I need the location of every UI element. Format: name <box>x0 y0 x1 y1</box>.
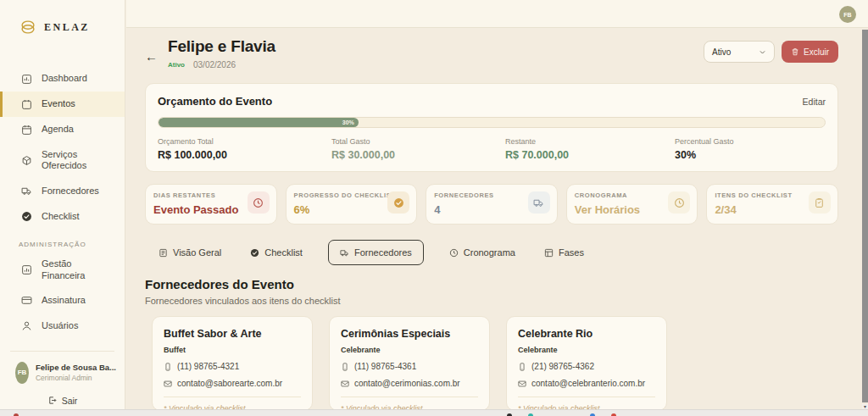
budget-progress-track: 30% <box>158 117 826 128</box>
page-header: ← Felipe e Flavia Ativo 03/02/2026 Ativo… <box>145 37 838 69</box>
supplier-card[interactable]: Cerimônias Especiais Celebrante (11) 987… <box>329 316 490 411</box>
budget-title: Orçamento do Evento <box>158 95 272 108</box>
calendar-icon <box>21 124 33 136</box>
budget-fields: Orçamento Total R$ 100.000,00 Total Gast… <box>158 137 826 161</box>
logo-rings-icon <box>19 18 37 36</box>
stat-card-fornecedores[interactable]: FORNECEDORES 4 <box>426 184 558 225</box>
supplier-name: Celebrante Rio <box>518 328 655 340</box>
supplier-email-text: contato@saborearte.com.br <box>177 379 282 388</box>
event-date: 03/02/2026 <box>193 60 236 69</box>
budget-field: Orçamento Total R$ 100.000,00 <box>158 137 331 161</box>
user-name: Felipe de Sousa Ba... <box>36 363 116 372</box>
tab-label: Cronograma <box>464 247 515 258</box>
tab-fases[interactable]: Fases <box>541 241 587 264</box>
budget-field-value: R$ 100.000,00 <box>158 149 331 161</box>
section-subtitle: Fornecedores vinculados aos itens do che… <box>145 296 838 306</box>
sidebar-item-gestao-financeira[interactable]: Gestão Financeira <box>0 252 125 287</box>
supplier-phone: (11) 98765-4321 <box>164 362 301 371</box>
supplier-phone: (21) 98765-4362 <box>518 362 655 371</box>
supplier-email: contato@celebranterio.com.br <box>518 379 655 388</box>
topbar-avatar[interactable]: FB <box>839 6 856 23</box>
page-title: Felipe e Flavia <box>168 37 275 56</box>
budget-field-value: R$ 70.000,00 <box>505 149 675 161</box>
budget-card: Orçamento do Evento Editar 30% Orçamento… <box>145 83 838 172</box>
tab-label: Fornecedores <box>354 247 412 258</box>
topbar: FB <box>126 0 868 28</box>
status-select[interactable]: Ativo <box>704 41 775 63</box>
logo: ENLAZ <box>0 15 125 39</box>
sidebar-divider <box>10 351 114 352</box>
overview-icon <box>159 248 168 258</box>
sidebar: ENLAZ Dashboard Eventos Agenda Serviços … <box>0 0 125 409</box>
clock-icon <box>668 191 690 214</box>
supplier-category: Celebrante <box>518 346 655 354</box>
supplier-category: Buffet <box>164 346 301 354</box>
supplier-divider <box>341 397 478 397</box>
tab-label: Visão Geral <box>173 247 221 258</box>
mail-icon <box>164 380 172 388</box>
sidebar-item-agenda[interactable]: Agenda <box>0 117 125 142</box>
budget-progress-fill: 30% <box>159 118 359 127</box>
supplier-divider <box>518 397 655 397</box>
delete-button[interactable]: Excluir <box>782 41 838 63</box>
suppliers-row: Buffet Sabor & Arte Buffet (11) 98765-43… <box>145 316 838 411</box>
tab-label: Fases <box>559 247 584 258</box>
sidebar-item-label: Usuários <box>42 320 78 331</box>
supplier-card[interactable]: Celebrante Rio Celebrante (21) 98765-436… <box>506 316 667 411</box>
sidebar-item-label: Checklist <box>42 211 80 222</box>
status-badge: Ativo <box>168 61 185 69</box>
delete-label: Excluir <box>804 47 829 57</box>
back-button[interactable]: ← <box>145 42 158 69</box>
truck-icon <box>340 248 349 258</box>
sidebar-item-eventos[interactable]: Eventos <box>0 92 125 117</box>
logout-button[interactable]: Sair <box>47 396 78 406</box>
sidebar-item-checklist[interactable]: Checklist <box>0 203 125 229</box>
supplier-phone-text: (11) 98765-4361 <box>354 362 416 371</box>
user-info: Felipe de Sousa Ba... Cerimonial Admin <box>36 363 116 382</box>
tab-checklist[interactable]: Checklist <box>247 241 306 264</box>
tab-visao-geral[interactable]: Visão Geral <box>155 241 225 264</box>
app-root: ENLAZ Dashboard Eventos Agenda Serviços … <box>0 0 868 416</box>
clock-icon <box>248 191 270 214</box>
sidebar-nav: Dashboard Eventos Agenda Serviços Oferec… <box>0 66 125 229</box>
header-left: ← Felipe e Flavia Ativo 03/02/2026 <box>145 37 275 69</box>
stat-card-progresso-checklist[interactable]: PROGRESSO DO CHECKLIST 6% <box>286 184 418 225</box>
vertical-scrollbar[interactable] <box>862 30 868 402</box>
budget-field: Percentual Gasto 30% <box>675 137 826 161</box>
sidebar-item-label: Fornecedores <box>42 186 99 197</box>
tab-label: Checklist <box>264 247 303 258</box>
stat-card-itens-checklist[interactable]: ITENS DO CHECKLIST 2/34 <box>706 184 838 225</box>
supplier-phone-text: (11) 98765-4321 <box>177 362 239 371</box>
stat-card-cronograma[interactable]: CRONOGRAMA Ver Horários <box>566 184 698 225</box>
sidebar-item-label: Gestão Financeira <box>42 258 114 280</box>
supplier-name: Cerimônias Especiais <box>341 328 478 340</box>
budget-field: Total Gasto R$ 30.000,00 <box>331 137 505 161</box>
sidebar-item-fornecedores[interactable]: Fornecedores <box>0 178 125 203</box>
title-block: Felipe e Flavia Ativo 03/02/2026 <box>168 37 275 69</box>
phases-icon <box>544 248 554 258</box>
supplier-email-text: contato@cerimonias.com.br <box>354 379 460 388</box>
section-title: Fornecedores do Evento <box>145 277 838 291</box>
tab-fornecedores[interactable]: Fornecedores <box>328 240 424 265</box>
user-avatar: FB <box>15 362 29 384</box>
sidebar-item-usuarios[interactable]: Usuários <box>0 313 125 339</box>
sidebar-user[interactable]: FB Felipe de Sousa Ba... Cerimonial Admi… <box>0 360 125 384</box>
supplier-divider <box>164 397 301 397</box>
budget-field-value: R$ 30.000,00 <box>331 149 505 161</box>
stat-card-dias-restantes[interactable]: DIAS RESTANTES Evento Passado <box>145 184 277 225</box>
phone-icon <box>341 363 349 371</box>
chevron-down-icon <box>759 48 766 56</box>
sidebar-item-servicos[interactable]: Serviços Oferecidos <box>0 142 125 178</box>
supplier-phone-text: (21) 98765-4362 <box>531 362 594 371</box>
edit-button[interactable]: Editar <box>803 97 826 107</box>
supplier-card[interactable]: Buffet Sabor & Arte Buffet (11) 98765-43… <box>152 316 313 411</box>
sidebar-item-assinatura[interactable]: Assinatura <box>0 288 125 313</box>
sidebar-item-dashboard[interactable]: Dashboard <box>0 66 125 92</box>
stats-row: DIAS RESTANTES Evento Passado PROGRESSO … <box>145 184 838 225</box>
sidebar-item-label: Dashboard <box>42 73 87 84</box>
tab-cronograma[interactable]: Cronograma <box>446 241 519 264</box>
budget-field-label: Total Gasto <box>331 137 505 146</box>
title-meta: Ativo 03/02/2026 <box>168 60 275 69</box>
check-badge-icon <box>387 191 409 214</box>
phone-icon <box>518 363 526 371</box>
